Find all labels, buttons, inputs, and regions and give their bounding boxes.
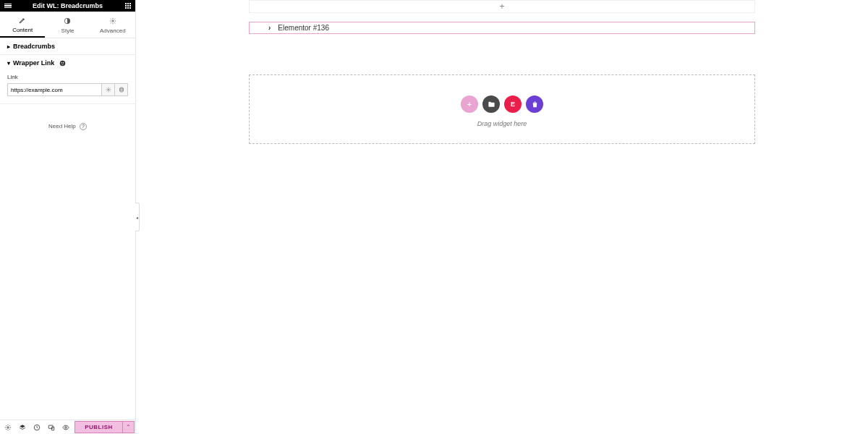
settings-button[interactable] [1, 421, 15, 433]
folder-icon [488, 101, 495, 109]
svg-point-10 [65, 426, 67, 428]
tab-advanced[interactable]: Advanced [90, 12, 135, 38]
plus-icon: + [499, 1, 504, 12]
link-input-row [7, 83, 128, 96]
tab-label: Content [12, 27, 33, 33]
link-options-button[interactable] [102, 83, 115, 96]
database-icon [119, 87, 124, 93]
tab-label: Advanced [100, 27, 126, 34]
history-button[interactable] [30, 421, 44, 433]
section-toggle-breadcrumbs[interactable]: Breadcrumbs [0, 38, 135, 54]
gear-icon [4, 424, 12, 431]
section-wrapper-link: Wrapper Link Link [0, 55, 135, 104]
svg-point-5 [108, 89, 109, 90]
gear-icon [106, 87, 111, 93]
svg-point-4 [63, 62, 64, 64]
tab-style[interactable]: Style [45, 12, 90, 38]
section-toggle-wrapper[interactable]: Wrapper Link [0, 55, 135, 71]
svg-point-1 [112, 20, 114, 22]
panel-title: Edit WL: Breadcrumbs [0, 2, 135, 9]
svg-point-6 [119, 88, 123, 89]
dropzone-hint: Drag widget here [477, 120, 527, 127]
apps-grid-icon[interactable] [125, 3, 131, 9]
navigator-button[interactable] [15, 421, 30, 433]
section-title: Wrapper Link [13, 59, 54, 67]
add-widget-button[interactable]: + [461, 95, 478, 113]
chevron-right-icon: › [268, 24, 271, 32]
breadcrumb-text: Elementor #136 [278, 24, 329, 32]
breadcrumb-widget[interactable]: › Elementor #136 [249, 22, 755, 34]
add-section-button[interactable]: + [249, 0, 755, 13]
tab-content[interactable]: Content [0, 12, 45, 38]
chevron-up-icon: ⌃ [126, 424, 131, 430]
dropzone-actions: + E [461, 95, 543, 113]
dropzone[interactable]: + E Drag widget here [249, 75, 755, 144]
section-breadcrumbs: Breadcrumbs [0, 38, 135, 55]
svg-point-7 [7, 426, 9, 428]
need-help-label: Need Help [48, 123, 76, 129]
editor-tabs: Content Style Advanced [0, 12, 135, 38]
woolentor-button[interactable] [526, 95, 543, 113]
svg-point-3 [61, 62, 63, 64]
caret-right-icon [7, 43, 10, 50]
responsive-button[interactable] [44, 421, 59, 433]
sidebar-footer: PUBLISH ⌃ [0, 420, 135, 434]
publish-options-button[interactable]: ⌃ [123, 421, 135, 433]
plus-icon: + [467, 100, 472, 109]
contrast-icon [63, 17, 72, 25]
link-input[interactable] [7, 83, 102, 96]
sidebar-header: Edit WL: Breadcrumbs [0, 0, 135, 12]
envato-kit-button[interactable]: E [504, 95, 522, 113]
help-icon: ? [80, 123, 87, 130]
plugin-badge-icon [59, 60, 66, 67]
hamburger-icon[interactable] [4, 4, 12, 9]
caret-down-icon [7, 59, 10, 67]
gear-icon [109, 17, 117, 25]
link-label: Link [7, 74, 128, 80]
ek-icon: E [511, 101, 515, 108]
section-title: Breadcrumbs [13, 43, 55, 50]
eye-icon [62, 424, 69, 431]
history-icon [33, 424, 41, 431]
section-body: Link [0, 71, 135, 103]
svg-point-2 [60, 60, 66, 66]
editor-canvas: + › Elementor #136 + E Drag widg [136, 0, 868, 434]
publish-button[interactable]: PUBLISH [75, 421, 123, 433]
tab-label: Style [61, 27, 75, 34]
pencil-icon [18, 16, 27, 25]
devices-icon [48, 424, 55, 431]
bag-icon [531, 101, 539, 109]
need-help-link[interactable]: Need Help ? [0, 123, 135, 130]
preview-button[interactable] [59, 421, 73, 433]
dynamic-tags-button[interactable] [115, 83, 128, 96]
editor-sidebar: Edit WL: Breadcrumbs Content Style Advan… [0, 0, 136, 434]
layers-icon [19, 424, 26, 431]
template-library-button[interactable] [482, 95, 500, 113]
